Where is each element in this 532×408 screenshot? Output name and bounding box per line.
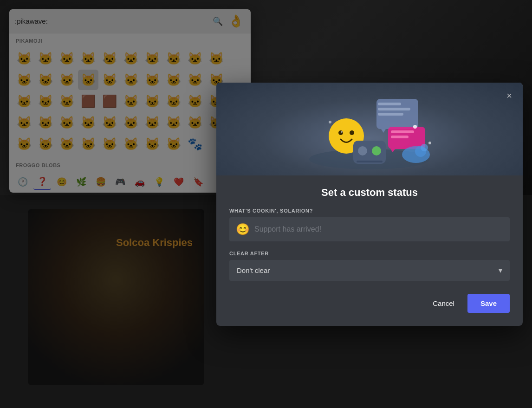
- svg-point-13: [341, 131, 343, 133]
- svg-point-23: [421, 144, 428, 151]
- svg-marker-5: [381, 129, 386, 133]
- svg-point-11: [338, 130, 343, 135]
- clear-after-select[interactable]: Don't clear 30 minutes 1 hour 4 hours To…: [229, 260, 510, 281]
- svg-rect-7: [391, 130, 414, 133]
- modal-footer: Cancel Save: [229, 294, 510, 313]
- clear-after-label: CLEAR AFTER: [229, 251, 510, 256]
- svg-rect-8: [391, 136, 409, 138]
- save-button[interactable]: Save: [467, 294, 510, 313]
- modal-overlay: × Set a custom status WHAT'S COOKIN', SO…: [0, 0, 532, 408]
- svg-point-18: [413, 125, 417, 129]
- modal-body: Set a custom status WHAT'S COOKIN', SOLA…: [216, 175, 523, 326]
- cancel-button[interactable]: Cancel: [425, 295, 462, 312]
- modal-title: Set a custom status: [229, 187, 510, 199]
- status-modal: × Set a custom status WHAT'S COOKIN', SO…: [216, 83, 523, 326]
- status-emoji-picker[interactable]: 😊: [236, 223, 250, 236]
- svg-point-16: [372, 146, 381, 155]
- status-text-input[interactable]: [254, 225, 503, 233]
- svg-rect-3: [378, 108, 410, 110]
- status-section-label: WHAT'S COOKIN', SOLARION?: [229, 208, 510, 214]
- status-input-row: 😊: [229, 217, 510, 241]
- modal-close-button[interactable]: ×: [502, 89, 516, 103]
- svg-point-15: [358, 146, 367, 155]
- svg-rect-2: [378, 103, 401, 105]
- svg-point-12: [350, 130, 354, 135]
- svg-rect-4: [378, 113, 403, 116]
- illustration-svg: [300, 87, 439, 171]
- illustration-content: [216, 83, 523, 175]
- clear-after-select-wrapper: Don't clear 30 minutes 1 hour 4 hours To…: [229, 260, 510, 281]
- svg-rect-17: [357, 161, 383, 162]
- svg-point-19: [329, 121, 331, 123]
- svg-point-20: [428, 142, 431, 144]
- modal-illustration: ×: [216, 83, 523, 175]
